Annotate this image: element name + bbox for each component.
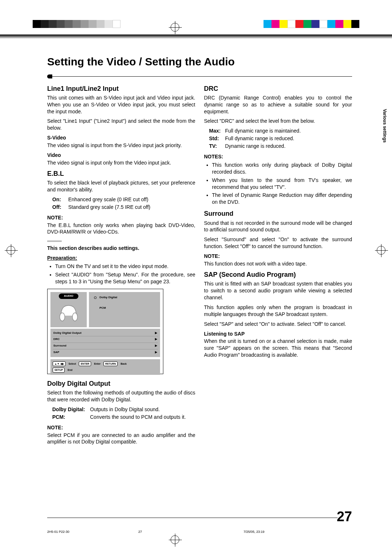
drc-std-k: Std:: [209, 135, 225, 142]
footer-metadata: 2H5-01 P22-30 27 7/25/05, 23:19: [47, 530, 352, 534]
hint-back: Back: [121, 362, 127, 365]
registration-mark-bottom: [171, 535, 179, 544]
footer-page: 27: [138, 530, 142, 534]
page-number-rule: [47, 518, 338, 518]
setup-key-icon: SETUP: [53, 368, 65, 372]
grayscale-strip: [33, 20, 121, 28]
page-content: Setting the Video / Setting the Audio Va…: [47, 54, 352, 533]
dolby-pcm-key: PCM:: [52, 414, 90, 421]
heading-ebl: E.B.L: [47, 169, 195, 178]
audio-option-panel: Dolby Digital PCM: [89, 292, 160, 327]
sap-p2: This function applies only when the prog…: [204, 304, 352, 318]
ebl-on-val: Enhanced grey scale (0 IRE cut off): [68, 196, 195, 203]
title-rule: [47, 76, 352, 77]
chevron-right-icon: ▶: [155, 344, 157, 348]
heading-drc: DRC: [204, 84, 352, 93]
prep-item-1: Turn ON the TV and set it to the video i…: [55, 263, 195, 270]
registration-mark-left: [7, 246, 15, 255]
drc-tv-v: Dynamic range is reduced.: [225, 143, 352, 150]
drc-notes-head: NOTES:: [204, 153, 352, 160]
ebl-options: On:Enhanced grey scale (0 IRE cut off) O…: [52, 196, 195, 211]
headphones-icon: [56, 300, 81, 326]
sap-p1: This unit is fitted with an SAP broadcas…: [204, 280, 352, 301]
svg-point-1: [73, 313, 78, 321]
drc-max-v: Full dynamic range is maintained.: [225, 127, 352, 134]
heading-dolby: Dolby Digital Output: [47, 379, 195, 388]
drc-note-1: This function works only during playback…: [212, 162, 352, 175]
ebl-desc: To select the black level of playback pi…: [47, 179, 195, 193]
ebl-note-head: NOTE:: [47, 214, 195, 221]
dolby-dd-key: Dolby Digital:: [52, 406, 90, 413]
audio-setup-screenshot: AUDIO Dolby Digital PCM Dolby Digital Ou…: [47, 289, 163, 374]
hint-enter: Enter: [94, 362, 101, 365]
heading-line-input: Line1 Input/Line2 Input: [47, 84, 195, 93]
audio-icon-panel: AUDIO: [50, 292, 87, 327]
dpad-icon: ▲▼ ◀▶: [53, 361, 66, 366]
chevron-right-icon: ▶: [155, 351, 157, 355]
sap-listen-p: When the unit is turned on or a channel …: [204, 338, 352, 358]
drc-tv-k: TV:: [209, 143, 225, 150]
heading-surround: Surround: [204, 209, 352, 218]
color-strip: [264, 20, 359, 28]
preparation-list: Turn ON the TV and set it to the video i…: [55, 263, 195, 285]
audio-menu-list: Dolby Digital Output▶ DRC▶ Surround▶ SAP…: [50, 329, 160, 357]
hint-end: End: [68, 368, 72, 372]
section-divider: [47, 240, 62, 242]
preparation-head: Preparation:: [47, 255, 195, 262]
registration-mark-top: [171, 23, 179, 32]
right-column: DRC DRC (Dynamic Range Control) enables …: [204, 82, 352, 449]
opt-pcm: PCM: [99, 306, 106, 310]
drc-std-v: Full dynamic range is reduced.: [225, 135, 352, 142]
footer-date: 7/25/05, 23:19: [244, 530, 265, 534]
prep-item-2: Select "AUDIO" from "Setup Menu". For th…: [55, 271, 195, 285]
dolby-dd-val: Outputs in Dolby Digital sound.: [90, 406, 195, 413]
hint-select: Select: [69, 362, 76, 365]
drc-notes-list: This function works only during playback…: [212, 162, 352, 206]
dolby-options: Dolby Digital:Outputs in Dolby Digital s…: [52, 406, 195, 421]
menu-surround: Surround: [53, 344, 66, 348]
sap-p3: Select "SAP" and select "On" to activate…: [204, 321, 352, 328]
section-tab: Various settings: [382, 109, 388, 143]
line-input-p2: Select "Line1 Input" ("Line2 Input") and…: [47, 118, 195, 131]
ebl-off-val: Standard grey scale (7.5 IRE cut off): [68, 204, 195, 211]
dolby-note: Select PCM if you are connected to an au…: [47, 432, 195, 446]
audio-footer-hints: ▲▼ ◀▶ Select ENTER Enter RETURN Back SET…: [50, 359, 160, 375]
page-number: 27: [337, 507, 352, 526]
dolby-desc: Select from the following methods of out…: [47, 389, 195, 403]
sap-listen-head: Listening to SAP: [204, 331, 352, 337]
ebl-off-key: Off:: [52, 204, 68, 211]
chevron-right-icon: ▶: [155, 337, 157, 341]
drc-max-k: Max:: [209, 127, 225, 134]
menu-dolby: Dolby Digital Output: [53, 331, 81, 335]
drc-options: Max:Full dynamic range is maintained. St…: [209, 127, 352, 150]
dolby-pcm-val: Converts the sound to PCM and outputs it…: [90, 414, 195, 421]
svg-point-0: [60, 313, 65, 321]
video-desc: The video signal is input only from the …: [47, 159, 195, 166]
printer-marks-top: [0, 9, 392, 35]
page-title: Setting the Video / Setting the Audio: [47, 54, 352, 69]
enter-key-icon: ENTER: [79, 361, 91, 366]
dolby-note-head: NOTE:: [47, 424, 195, 431]
radio-icon: [94, 296, 97, 299]
ebl-note: The E.B.L function only works when playi…: [47, 222, 195, 236]
chevron-right-icon: ▶: [155, 331, 157, 335]
heading-sap: SAP (Second Audio Program): [204, 270, 352, 279]
audio-panel-label: AUDIO: [59, 293, 78, 299]
surround-note-head: NOTE:: [204, 253, 352, 260]
surround-note: This function does not work with a video…: [204, 260, 352, 267]
menu-drc: DRC: [53, 337, 60, 341]
surround-p2: Select "Surround" and select "On" to act…: [204, 236, 352, 250]
drc-note-3: The level of Dynamic Range Reduction may…: [212, 192, 352, 206]
ebl-on-key: On:: [52, 196, 68, 203]
svideo-desc: The video signal is input from the S-Vid…: [47, 142, 195, 149]
line-input-p1: This unit comes with an S-Video input ja…: [47, 94, 195, 115]
svideo-subhead: S-Video: [47, 134, 195, 141]
return-key-icon: RETURN: [103, 361, 118, 366]
opt-dolby: Dolby Digital: [99, 296, 117, 300]
menu-sap: SAP: [53, 351, 59, 355]
two-column-layout: Line1 Input/Line2 Input This unit comes …: [47, 82, 352, 449]
left-column: Line1 Input/Line2 Input This unit comes …: [47, 82, 195, 449]
drc-p1: DRC (Dynamic Range Control) enables you …: [204, 94, 352, 115]
audio-intro: This section describes audio settings.: [47, 245, 195, 252]
surround-p1: Sound that is not recorded in the surrou…: [204, 220, 352, 234]
